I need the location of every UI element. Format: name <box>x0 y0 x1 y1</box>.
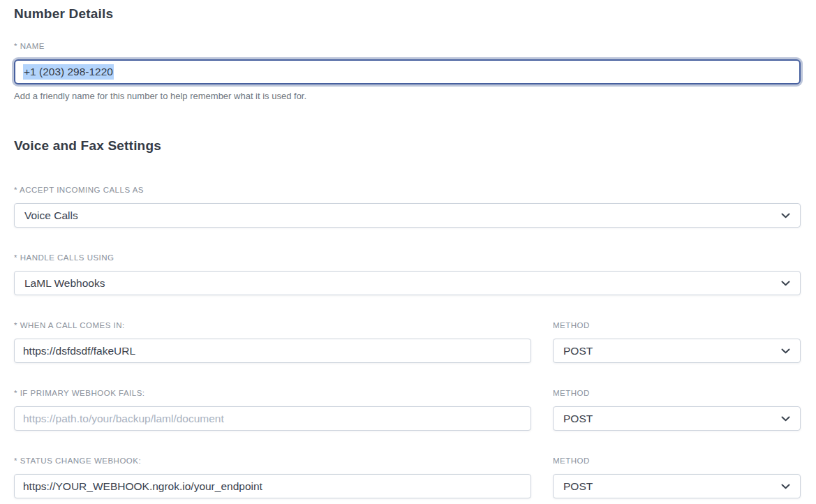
when-call-comes-in-method-select-wrap: POST <box>553 339 801 363</box>
section-title-number-details: Number Details <box>14 6 801 22</box>
primary-webhook-fails-row: * IF PRIMARY WEBHOOK FAILS: METHOD POST <box>14 389 801 431</box>
primary-webhook-fails-label: * IF PRIMARY WEBHOOK FAILS: <box>14 389 531 398</box>
handle-calls-field-group: * HANDLE CALLS USING LaML Webhooks <box>14 253 801 295</box>
method-label: METHOD <box>553 457 801 466</box>
accept-incoming-calls-field-group: * ACCEPT INCOMING CALLS AS Voice Calls <box>14 186 801 228</box>
method-label: METHOD <box>553 321 801 330</box>
status-change-webhook-row: * STATUS CHANGE WEBHOOK: METHOD POST <box>14 457 801 498</box>
when-call-comes-in-method-select[interactable]: POST <box>553 339 801 363</box>
name-help-text: Add a friendly name for this number to h… <box>14 91 801 101</box>
primary-webhook-fails-method-select-wrap: POST <box>553 406 801 431</box>
name-input[interactable]: +1 (203) 298-1220 <box>14 59 801 84</box>
name-field-group: * NAME +1 (203) 298-1220 Add a friendly … <box>14 42 801 101</box>
primary-webhook-fails-method-select[interactable]: POST <box>553 406 801 431</box>
accept-incoming-calls-label: * ACCEPT INCOMING CALLS AS <box>14 186 801 195</box>
status-change-webhook-input[interactable] <box>14 474 531 498</box>
accept-incoming-calls-select[interactable]: Voice Calls <box>14 203 801 228</box>
when-call-comes-in-input[interactable] <box>14 339 531 363</box>
method-label: METHOD <box>553 389 801 398</box>
when-call-comes-in-label: * WHEN A CALL COMES IN: <box>14 321 531 330</box>
section-title-voice-fax-settings: Voice and Fax Settings <box>14 138 801 154</box>
when-call-comes-in-row: * WHEN A CALL COMES IN: METHOD POST <box>14 321 801 363</box>
status-change-webhook-label: * STATUS CHANGE WEBHOOK: <box>14 457 531 466</box>
name-input-selected-text: +1 (203) 298-1220 <box>23 64 114 80</box>
status-change-webhook-method-select-wrap: POST <box>553 474 801 498</box>
name-label: * NAME <box>14 42 801 51</box>
handle-calls-select-wrap: LaML Webhooks <box>14 271 801 295</box>
primary-webhook-fails-input[interactable] <box>14 406 531 431</box>
handle-calls-select[interactable]: LaML Webhooks <box>14 271 801 295</box>
accept-incoming-calls-select-wrap: Voice Calls <box>14 203 801 228</box>
status-change-webhook-method-select[interactable]: POST <box>553 474 801 498</box>
handle-calls-label: * HANDLE CALLS USING <box>14 253 801 262</box>
